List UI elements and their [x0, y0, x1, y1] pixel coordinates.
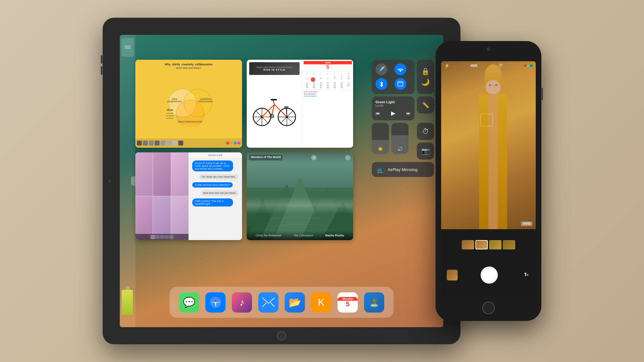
pages-header-image: TIMES AND RIDES CUSTOM RIDES RIDE IN STY…: [249, 62, 300, 75]
airpano-title: Wonders of The World: [249, 155, 283, 160]
svg-text:LEARNING/: LEARNING/: [200, 98, 212, 100]
camera-thumb-1: [462, 240, 474, 249]
camera-shutter-btn[interactable]: [481, 267, 498, 284]
dock-icon-music[interactable]: ♪: [232, 292, 252, 313]
do-not-disturb-icon: 🌙: [421, 78, 430, 86]
paper-tools-bar: [135, 138, 242, 148]
msg-bubble-2: Oh, those are cool! Great idea.: [199, 174, 238, 179]
cc-side-btns: ⏱ 📷: [417, 123, 434, 160]
cc-wifi-btn[interactable]: [394, 63, 406, 75]
dock-icon-mail[interactable]: [258, 292, 278, 313]
iphone-vol-up-btn: [434, 89, 435, 96]
now-playing-controls: ⏮ ▶ ⏭: [376, 110, 411, 117]
msg-bubble-4: Next time we'll see you there!: [201, 190, 238, 196]
cc-lock-rotation-btn[interactable]: 🔒 🌙: [417, 60, 434, 94]
messages-content-area: You're a hit! As you're trying to use up…: [189, 152, 242, 240]
photos-content-area: [135, 152, 189, 240]
app-card-airpano[interactable]: 🌍 Airpano: [247, 152, 353, 240]
calendar-grid: SMTWTFS 123 45678910 11121314151617 1819…: [302, 72, 353, 148]
timer-icon[interactable]: ⏱: [498, 63, 503, 68]
volume-icon: 🔊: [397, 146, 403, 151]
vivid-badge: VIVID: [521, 221, 533, 226]
camera-gallery-btn[interactable]: [447, 270, 458, 281]
svg-point-41: [400, 82, 401, 83]
np-play-btn[interactable]: ▶: [391, 110, 395, 117]
cc-now-playing: Green Light Lorde ⏮ ▶ ⏭: [372, 96, 414, 120]
iphone-screen: ⚡ HDR ⏱ VIVID: [441, 61, 536, 295]
airpano-landscape: Wonders of The World ✕ ⋯ Christ the Rede…: [247, 152, 353, 240]
svg-point-39: [400, 71, 401, 72]
svg-text:IDEA: IDEA: [172, 98, 177, 100]
camera-bottom-controls: [441, 229, 536, 295]
photo-grid: [135, 152, 189, 240]
lock-rotation-icon: 🔒: [421, 67, 430, 76]
ipad-volume-buttons: [101, 55, 102, 75]
svg-text:What: What: [167, 109, 173, 111]
pages-content-area: TIMES AND RIDES CUSTOM RIDES RIDE IN STY…: [247, 60, 303, 148]
app-card-photos-messages[interactable]: 🖼️ Photos 💬 Messages: [135, 152, 242, 240]
iphone-power-button: [542, 88, 543, 100]
airplay-label: AirPlay Mirroring: [388, 167, 418, 172]
cc-brightness-slider[interactable]: ☀️: [372, 123, 389, 154]
cc-row-3: ☀️ 🔊 ⏱ 📷: [372, 123, 434, 160]
camera-thumbnails: [462, 240, 515, 249]
ipad-vol-down: [101, 66, 102, 75]
color-icon[interactable]: [524, 64, 533, 67]
svg-point-42: [401, 82, 402, 83]
cc-connectivity-grid: ✈️: [372, 60, 414, 94]
airpano-menu-btn[interactable]: ⋯: [345, 155, 351, 160]
svg-rect-29: [271, 99, 277, 100]
airpano-close-btn[interactable]: ✕: [311, 155, 317, 160]
now-playing-song: Green Light: [376, 100, 411, 104]
svg-text:thinking?: thinking?: [166, 117, 174, 119]
cc-row-2: Green Light Lorde ⏮ ▶ ⏭ ✏️: [372, 96, 434, 120]
cc-airplaycell-btn[interactable]: [394, 78, 406, 90]
msg-bubble-5: That's perfect! That was a breakthrough!: [192, 198, 233, 207]
np-prev-btn[interactable]: ⏮: [376, 111, 380, 116]
photo-cell-5: [153, 196, 170, 240]
app-card-pages-calendar[interactable]: 📄 Pages 📅 Calendar TIMES AND RIDES CUSTO…: [247, 60, 353, 148]
dock-icon-keynote[interactable]: K: [311, 292, 331, 313]
cc-edit-btn[interactable]: ✏️: [417, 96, 434, 114]
iphone-front-camera: [487, 47, 490, 51]
calendar-month-header: JUNE 5: [302, 60, 353, 72]
hdr-label[interactable]: HDR: [471, 64, 478, 67]
svg-text:IDEA COMMUNICATION: IDEA COMMUNICATION: [178, 121, 202, 123]
paper-card-content: Whyclaritycreativitycollaboration drive …: [135, 60, 242, 148]
svg-point-40: [399, 82, 399, 83]
bike-illustration: [249, 76, 300, 145]
messages-header: You're a hit!: [189, 152, 242, 158]
cc-sliders-container: ☀️ 🔊: [372, 123, 414, 160]
cc-airplane-btn[interactable]: ✈️: [376, 63, 387, 75]
dock-icon-calendar[interactable]: Monday 5: [338, 292, 358, 313]
photo-cell-1: [135, 152, 153, 196]
calendar-dock-day: 5: [346, 301, 349, 308]
pages-headline: RIDE IN STYLE: [256, 68, 293, 71]
dock-icon-safari[interactable]: [205, 292, 226, 313]
cc-volume-slider[interactable]: 🔊: [391, 123, 408, 154]
svg-line-28: [273, 100, 274, 104]
paper-sketch-area: Whyclaritycreativitycollaboration drive …: [138, 63, 239, 138]
iphone-home-button[interactable]: [482, 302, 495, 314]
ipad-home-button[interactable]: [277, 331, 286, 341]
dock-icon-messages[interactable]: 💬: [179, 292, 199, 313]
app-card-paper[interactable]: 🟠 Paper Whyclaritycreativitycollaboratio…: [135, 60, 242, 148]
shutter-inner: [482, 268, 496, 282]
iphone-device: ⚡ HDR ⏱ VIVID: [436, 41, 541, 321]
cc-camera-btn[interactable]: 📷: [417, 142, 434, 160]
brightness-icon: ☀️: [378, 146, 383, 151]
paper-sketch-title: Whyclaritycreativitycollaboration drive …: [138, 63, 239, 69]
dock-icon-files[interactable]: 📂: [285, 292, 305, 313]
np-next-btn[interactable]: ⏭: [406, 111, 411, 116]
flash-icon[interactable]: ⚡: [444, 63, 450, 68]
dock-icon-travelbook[interactable]: 🏝️: [364, 292, 384, 313]
ipad-front-camera: [108, 180, 111, 182]
calendar-content-area: JUNE 5 SMTWTFS 123 45678910 111213141516…: [302, 60, 353, 148]
camera-flip-btn[interactable]: [521, 270, 530, 280]
edit-icon: ✏️: [422, 102, 429, 109]
cc-bluetooth-btn[interactable]: [376, 78, 387, 90]
cc-airplay-mirroring[interactable]: 📺 AirPlay Mirroring: [372, 162, 434, 177]
cc-clock-btn[interactable]: ⏱: [417, 123, 434, 140]
photo-cell-6: [171, 196, 189, 240]
camera-focus-box: [480, 114, 493, 126]
